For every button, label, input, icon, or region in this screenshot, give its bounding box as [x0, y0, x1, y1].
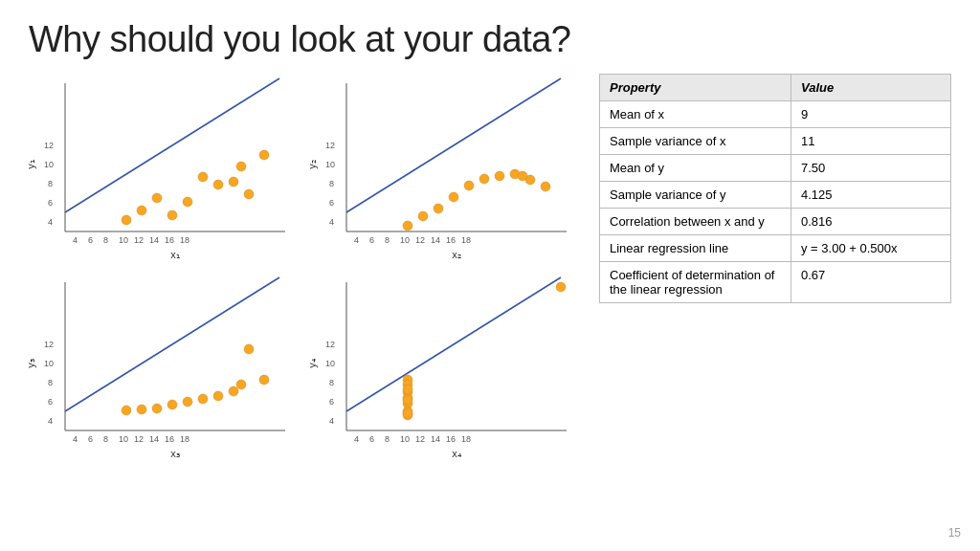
table-row: Sample variance of y4.125: [600, 182, 951, 209]
table-row: Coefficient of determination of the line…: [600, 262, 951, 303]
svg-text:y₂: y₂: [310, 160, 318, 169]
svg-text:6: 6: [48, 198, 53, 208]
svg-text:18: 18: [461, 434, 471, 444]
svg-point-83: [122, 406, 131, 415]
value-cell: 11: [791, 128, 951, 155]
svg-point-26: [236, 162, 246, 171]
table-row: Sample variance of x11: [600, 128, 951, 155]
svg-point-25: [122, 215, 131, 225]
chart-3: 4 6 8 10 12 14 16 18 4 6 8 10 12 y₃ x₃: [29, 273, 295, 464]
svg-text:12: 12: [134, 434, 144, 444]
svg-text:10: 10: [325, 160, 335, 169]
svg-point-56: [449, 192, 458, 202]
svg-text:16: 16: [446, 235, 456, 245]
svg-text:10: 10: [325, 359, 335, 368]
svg-point-80: [229, 386, 238, 396]
svg-text:x₁: x₁: [170, 249, 180, 260]
slide-title: Why should you look at your data?: [29, 19, 951, 60]
svg-point-27: [167, 210, 177, 220]
chart-2: 4 6 8 10 12 14 16 18 4 6 8 10 12 y₂ x₂: [310, 74, 576, 265]
svg-text:10: 10: [119, 235, 128, 245]
property-cell: Correlation between x and y: [600, 209, 791, 235]
property-cell: Mean of y: [600, 155, 791, 182]
properties-table: Property Value Mean of x9Sample variance…: [599, 74, 951, 303]
svg-text:y₄: y₄: [310, 358, 318, 368]
svg-point-50: [479, 174, 489, 184]
svg-text:4: 4: [329, 217, 334, 227]
svg-point-23: [259, 150, 269, 160]
svg-text:6: 6: [48, 397, 53, 407]
svg-point-85: [167, 400, 177, 409]
value-cell: 9: [791, 101, 951, 128]
svg-point-47: [495, 171, 504, 181]
svg-point-78: [244, 344, 254, 354]
svg-text:8: 8: [329, 378, 334, 387]
svg-point-22: [229, 177, 238, 187]
svg-text:16: 16: [165, 434, 174, 444]
property-cell: Sample variance of x: [600, 128, 791, 155]
svg-point-77: [183, 397, 192, 407]
svg-text:12: 12: [415, 434, 425, 444]
svg-text:x₄: x₄: [452, 448, 462, 459]
svg-text:6: 6: [88, 235, 93, 245]
table-row: Linear regression liney = 3.00 + 0.500x: [600, 235, 951, 262]
properties-table-container: Property Value Mean of x9Sample variance…: [599, 74, 951, 464]
svg-text:y₁: y₁: [29, 160, 36, 169]
content-area: 4 6 8 10 12 14 16 18 4 6 8 10 12 y₁: [29, 74, 951, 464]
svg-text:10: 10: [400, 434, 410, 444]
svg-text:6: 6: [329, 397, 334, 407]
svg-text:10: 10: [400, 235, 410, 245]
col-value: Value: [791, 75, 951, 101]
svg-point-18: [213, 180, 223, 189]
svg-text:8: 8: [329, 179, 334, 188]
svg-text:6: 6: [329, 198, 334, 208]
col-property: Property: [600, 75, 791, 101]
property-cell: Coefficient of determination of the line…: [600, 262, 791, 303]
svg-text:18: 18: [461, 235, 471, 245]
svg-point-112: [403, 408, 412, 418]
svg-point-54: [403, 221, 412, 231]
table-row: Correlation between x and y0.816: [600, 209, 951, 235]
svg-text:12: 12: [44, 340, 54, 349]
svg-text:6: 6: [88, 434, 93, 444]
svg-point-81: [259, 375, 269, 385]
svg-point-115: [556, 282, 566, 292]
svg-text:12: 12: [415, 235, 425, 245]
charts-grid: 4 6 8 10 12 14 16 18 4 6 8 10 12 y₁: [29, 74, 584, 464]
value-cell: y = 3.00 + 0.500x: [791, 235, 951, 262]
svg-point-114: [403, 395, 412, 405]
property-cell: Linear regression line: [600, 235, 791, 262]
svg-text:12: 12: [325, 340, 335, 349]
value-cell: 7.50: [791, 155, 951, 182]
svg-text:8: 8: [48, 179, 53, 188]
svg-text:x₃: x₃: [170, 448, 180, 459]
svg-text:12: 12: [44, 141, 54, 150]
svg-point-48: [464, 181, 474, 190]
svg-point-20: [244, 189, 254, 199]
svg-text:4: 4: [329, 416, 334, 426]
property-cell: Sample variance of y: [600, 182, 791, 209]
table-row: Mean of y7.50: [600, 155, 951, 182]
svg-line-104: [346, 277, 561, 411]
svg-point-21: [198, 172, 208, 182]
value-cell: 4.125: [791, 182, 951, 209]
slide: Why should you look at your data? 4 6 8 …: [0, 0, 980, 551]
svg-text:x₂: x₂: [452, 249, 461, 260]
svg-text:4: 4: [354, 434, 359, 444]
svg-text:4: 4: [73, 235, 78, 245]
svg-point-28: [137, 206, 146, 215]
svg-text:y₃: y₃: [29, 359, 36, 368]
svg-point-79: [198, 394, 208, 404]
svg-text:8: 8: [385, 434, 390, 444]
value-cell: 0.816: [791, 209, 951, 235]
svg-text:8: 8: [385, 235, 390, 245]
svg-text:10: 10: [119, 434, 128, 444]
svg-text:8: 8: [103, 434, 108, 444]
svg-point-82: [152, 404, 162, 413]
svg-text:16: 16: [165, 235, 174, 245]
svg-point-19: [183, 197, 192, 207]
svg-text:4: 4: [73, 434, 78, 444]
svg-text:10: 10: [44, 359, 54, 368]
svg-text:6: 6: [369, 434, 374, 444]
svg-point-52: [541, 182, 550, 191]
